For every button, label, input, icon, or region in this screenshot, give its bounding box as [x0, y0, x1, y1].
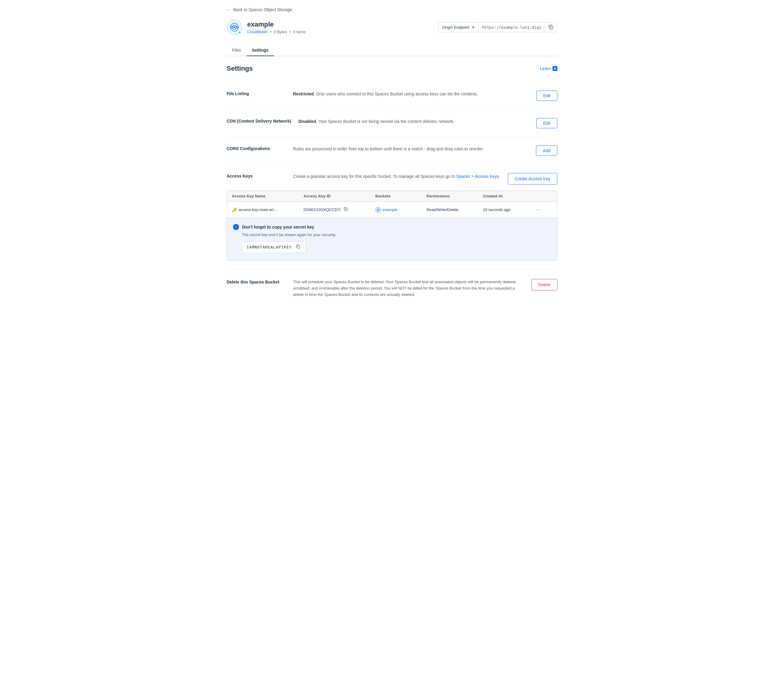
- online-status-dot: [238, 31, 241, 34]
- endpoint-dropdown[interactable]: Origin Endpoint ▼: [438, 23, 479, 32]
- delete-bucket-section: Delete this Spaces Bucket This will sche…: [227, 269, 557, 302]
- created-at-value: 10 seconds ago: [483, 207, 511, 212]
- cors-label: CORS Configurations: [227, 145, 293, 151]
- copy-endpoint-button[interactable]: [545, 22, 557, 32]
- file-listing-label: File Listing: [227, 91, 293, 96]
- col-name: Access Key Name: [232, 194, 303, 198]
- secret-panel-title: Don't forget to copy your secret key: [242, 225, 314, 230]
- cell-permissions: Read/Write/Delete: [427, 207, 483, 212]
- col-created: Created At: [483, 194, 534, 198]
- learn-label: Learn: [540, 66, 551, 71]
- endpoint-label-text: Origin Endpoint: [442, 25, 469, 30]
- owner-link[interactable]: CloudMailin: [247, 30, 268, 34]
- cors-row: CORS Configurations Rules are processed …: [227, 137, 557, 165]
- cdn-edit-button[interactable]: Edit: [536, 118, 557, 128]
- tab-settings[interactable]: Settings: [247, 45, 274, 56]
- file-listing-description: . Only users who connect to this Spaces …: [313, 91, 478, 96]
- header-left: example CloudMailin • 0 Bytes • 0 items: [227, 19, 306, 35]
- settings-title: Settings: [227, 64, 253, 73]
- file-listing-action: Edit: [521, 91, 557, 101]
- delete-bucket-label: Delete this Spaces Bucket: [227, 279, 293, 284]
- back-nav-label: Back to Spaces Object Storage: [233, 7, 292, 12]
- cdn-content: Disabled. Your Spaces Bucket is not bein…: [298, 118, 521, 125]
- chevron-down-icon: ▼: [472, 26, 475, 29]
- access-keys-desc: Create a granular access key for this sp…: [293, 173, 508, 180]
- item-count: 0 items: [293, 30, 306, 34]
- cors-content: Rules are processed in order from top to…: [293, 145, 521, 152]
- delete-bucket-description: This will schedule your Spaces Bucket to…: [293, 279, 521, 298]
- back-arrow-icon: ←: [227, 7, 231, 12]
- info-icon: i: [233, 224, 239, 230]
- bucket-info: example CloudMailin • 0 Bytes • 0 items: [247, 20, 306, 34]
- access-keys-label: Access Keys: [227, 173, 293, 178]
- key-icon: 🔑: [232, 207, 237, 212]
- svg-point-5: [377, 209, 379, 211]
- learn-link[interactable]: Learn B: [540, 66, 557, 71]
- svg-rect-4: [345, 208, 348, 211]
- secret-panel-description: The secret key won't be shown again for …: [242, 233, 551, 237]
- create-access-key-button[interactable]: Create Access Key: [508, 173, 557, 185]
- endpoint-url-input[interactable]: [479, 23, 545, 32]
- file-listing-status: Restricted: [293, 91, 313, 96]
- key-id-value: DO801X3VXQCCD7l: [303, 207, 341, 212]
- cdn-row: CDN (Content Delivery Network) Disabled.…: [227, 110, 557, 137]
- col-buckets: Buckets: [376, 194, 427, 198]
- row-more-button[interactable]: ···: [534, 206, 544, 213]
- file-listing-row: File Listing Restricted. Only users who …: [227, 82, 557, 110]
- copy-secret-key-button[interactable]: [295, 244, 301, 250]
- bucket-link-icon: [376, 207, 381, 213]
- svg-rect-3: [550, 26, 553, 29]
- cors-add-button[interactable]: Add: [536, 145, 557, 156]
- access-keys-header: Access Keys Create a granular access key…: [227, 173, 557, 185]
- access-keys-section: Access Keys Create a granular access key…: [227, 165, 557, 269]
- cdn-status: Disabled: [298, 119, 316, 124]
- bucket-meta: CloudMailin • 0 Bytes • 0 items: [247, 30, 306, 34]
- learn-icon: B: [553, 66, 557, 71]
- col-permissions: Permissions: [427, 194, 483, 198]
- storage-size: 0 Bytes: [274, 30, 287, 34]
- cell-bucket: example: [376, 207, 427, 213]
- bucket-link[interactable]: example: [383, 207, 397, 212]
- cell-created-at: 10 seconds ago: [483, 207, 534, 212]
- cell-key-id: DO801X3VXQCCD7l: [303, 206, 376, 213]
- spaces-access-keys-link[interactable]: Spaces > Access Keys: [456, 174, 499, 179]
- secret-key-panel: i Don't forget to copy your secret key T…: [227, 218, 557, 260]
- endpoint-selector: Origin Endpoint ▼: [438, 22, 557, 32]
- access-keys-table: Access Key Name Access Key ID Buckets Pe…: [227, 190, 557, 261]
- cdn-label: CDN (Content Delivery Network): [227, 118, 298, 124]
- cdn-description: . Your Spaces Bucket is not being served…: [316, 119, 454, 124]
- cell-actions: ···: [534, 206, 552, 213]
- cell-key-name: 🔑 access-key-read-wri...: [232, 207, 303, 212]
- cors-description: Rules are processed in order from top to…: [293, 147, 484, 151]
- tab-bar: Files Settings: [227, 45, 557, 56]
- settings-section-header: Settings Learn B: [227, 64, 557, 73]
- file-listing-edit-button[interactable]: Edit: [536, 91, 557, 101]
- bucket-avatar: [227, 19, 242, 35]
- copy-key-id-button[interactable]: [343, 206, 349, 213]
- cdn-action: Edit: [521, 118, 557, 128]
- table-row: 🔑 access-key-read-wri... DO801X3VXQCCD7l: [227, 201, 557, 218]
- svg-point-6: [377, 209, 379, 210]
- tab-files[interactable]: Files: [227, 45, 247, 56]
- secret-key-value: IAMNOTAREALAPIKEY: [247, 245, 292, 249]
- table-header: Access Key Name Access Key ID Buckets Pe…: [227, 191, 557, 201]
- secret-key-field: IAMNOTAREALAPIKEY: [242, 241, 306, 253]
- key-name-value: access-key-read-wri...: [239, 207, 277, 212]
- back-navigation[interactable]: ← Back to Spaces Object Storage: [227, 7, 557, 12]
- bucket-name: example: [247, 20, 306, 28]
- file-listing-content: Restricted. Only users who connect to th…: [293, 91, 521, 97]
- col-id: Access Key ID: [303, 194, 376, 198]
- svg-rect-7: [297, 246, 300, 248]
- access-keys-action: Create Access Key: [508, 173, 557, 185]
- page-header: example CloudMailin • 0 Bytes • 0 items …: [227, 19, 557, 35]
- delete-bucket-button[interactable]: Delete: [531, 279, 557, 291]
- permissions-value: Read/Write/Delete: [427, 207, 458, 212]
- access-keys-desc-text: Create a granular access key for this sp…: [293, 174, 456, 179]
- cors-action: Add: [521, 145, 557, 156]
- secret-panel-header: i Don't forget to copy your secret key: [233, 224, 551, 230]
- delete-bucket-action: Delete: [521, 279, 557, 291]
